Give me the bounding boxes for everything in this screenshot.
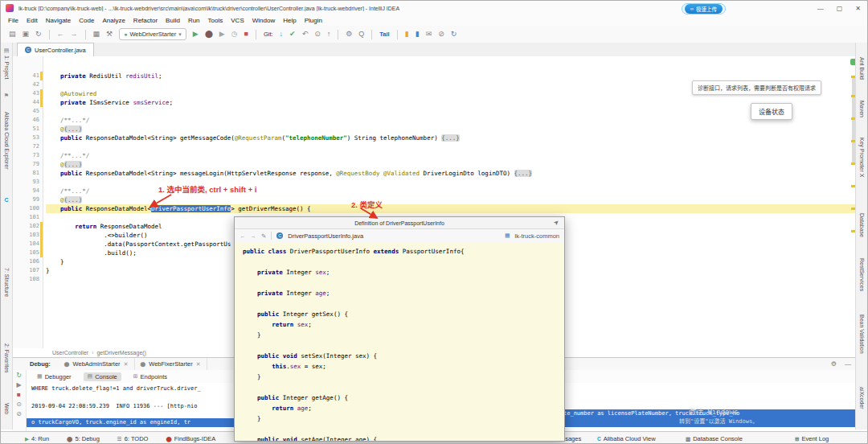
close-tab-icon[interactable]: ✕ xyxy=(124,361,129,368)
tool-database[interactable]: Database xyxy=(857,213,866,237)
build-icon[interactable]: ⚒ xyxy=(106,31,113,38)
bookmark-icon[interactable]: ⚑ xyxy=(2,92,11,99)
breadcrumb-method[interactable]: getDriverMessage() xyxy=(96,350,145,356)
code-line[interactable]: 73 /**...*/ xyxy=(12,151,858,160)
maximize-button[interactable]: ▢ xyxy=(837,5,843,12)
code-line[interactable]: 94 /**...*/ xyxy=(12,187,858,195)
menu-navigate[interactable]: Navigate xyxy=(42,17,76,24)
tool-restservices[interactable]: RestServices xyxy=(857,258,866,291)
code-line[interactable]: 45 xyxy=(12,107,858,116)
upload-button[interactable]: ∞ 极速上传 xyxy=(685,4,723,14)
statusbar-findbugs[interactable]: ⬤FindBugs-IDEA xyxy=(166,435,215,442)
popup-code-line[interactable]: } xyxy=(243,330,564,340)
menu-tools[interactable]: Tools xyxy=(204,17,227,24)
popup-code-line[interactable]: public Integer getAge() { xyxy=(243,393,564,403)
minimize-button[interactable]: — xyxy=(817,5,824,12)
alibaba-cloud-icon[interactable]: C xyxy=(2,197,11,203)
wrench-icon[interactable]: ⚙ xyxy=(346,31,352,38)
statusbar-event-log[interactable]: ⊞Event Log xyxy=(795,432,829,444)
tab-usercontroller[interactable]: C UserController.java xyxy=(17,43,94,56)
component-icon[interactable]: ▦ xyxy=(93,31,100,38)
code-line[interactable]: 46 /**...*/ xyxy=(12,116,858,125)
popup-code-line[interactable]: return sex; xyxy=(243,319,564,330)
menu-plugin[interactable]: Plugin xyxy=(301,17,326,24)
code-line[interactable]: 99 @(...) xyxy=(12,195,858,204)
menu-window[interactable]: Window xyxy=(248,17,279,24)
breadcrumb-class[interactable]: UserController xyxy=(52,350,88,356)
git-update-icon[interactable]: ↓ xyxy=(280,31,284,38)
profiler-icon[interactable]: ◷ xyxy=(231,31,238,38)
popup-code-line[interactable]: private Integer sex; xyxy=(243,267,564,278)
debug-icon[interactable]: ⬤ xyxy=(205,31,213,38)
popup-code-line[interactable] xyxy=(243,278,564,288)
tool-ant-build[interactable]: Ant Build xyxy=(857,57,866,80)
popup-code-line[interactable]: } xyxy=(243,372,564,382)
code-line[interactable]: 79 @(...) xyxy=(12,160,858,169)
popup-code-line[interactable]: public void setSex(Integer sex) { xyxy=(243,351,564,361)
popup-code-line[interactable]: } xyxy=(243,413,564,424)
back-icon[interactable]: ← xyxy=(57,31,64,38)
file-orange-icon[interactable]: ▮ xyxy=(405,31,409,38)
git-history-icon[interactable]: ⊙ xyxy=(314,31,321,38)
tool-structure[interactable]: 7: Structure xyxy=(2,268,11,297)
popup-code-line[interactable]: this.sex = sex; xyxy=(243,361,564,372)
block-icon[interactable]: ⊘ xyxy=(438,31,444,38)
rerun-icon[interactable]: ↻ xyxy=(16,372,22,379)
run-config-selector[interactable]: ●WebDriverStarter▾ xyxy=(119,28,186,40)
pin-icon[interactable]: ➤ xyxy=(552,218,561,227)
tail-label[interactable]: Tail xyxy=(379,31,389,38)
save-all-icon[interactable]: ▣ xyxy=(23,31,30,38)
code-line[interactable]: 41 private RedisUtil redisUtil; xyxy=(12,72,858,80)
tool-alibaba-cloud-explorer[interactable]: Alibaba Cloud Explorer xyxy=(2,112,11,170)
tool-bean-validation[interactable]: Bean Validation xyxy=(857,314,866,354)
debug-session-tab[interactable]: ⬤WebFixerStarter✕ xyxy=(135,358,207,370)
mute-breakpoints-icon[interactable]: ⊘ xyxy=(16,411,22,417)
settings-icon[interactable]: ⚙ xyxy=(831,360,837,368)
debug-session-tab[interactable]: ⬤WebAdminStarter✕ xyxy=(59,358,135,370)
search-icon[interactable]: Q xyxy=(358,31,364,38)
menu-code[interactable]: Code xyxy=(75,17,98,24)
popup-code-line[interactable] xyxy=(243,340,564,351)
code-line[interactable]: 100 public ResponseDataModel<DriverPassp… xyxy=(12,204,858,213)
popup-code-line[interactable] xyxy=(243,257,564,267)
popup-file-name[interactable]: DriverPassportUserInfo.java xyxy=(288,232,363,240)
statusbar-alibaba-cloud-view[interactable]: CAlibaba Cloud View xyxy=(597,432,656,444)
edit-source-icon[interactable]: ✎ xyxy=(261,232,266,240)
statusbar-run[interactable]: ▶4: Run xyxy=(25,435,49,442)
device-status-button[interactable]: 设备状态 xyxy=(751,103,792,120)
menu-edit[interactable]: Edit xyxy=(23,17,42,24)
popup-code-line[interactable]: public void setAge(Integer age) { xyxy=(243,434,564,441)
git-commit-icon[interactable]: ✔ xyxy=(289,31,296,38)
tool-key-promoter[interactable]: Key Promoter X xyxy=(857,138,866,177)
menu-analyze[interactable]: Analyze xyxy=(98,17,129,24)
popup-code-line[interactable]: private Integer age; xyxy=(243,288,564,298)
git-rollback-icon[interactable]: ↶ xyxy=(302,31,309,38)
statusbar-database-console[interactable]: ▥Database Console xyxy=(686,432,743,444)
popup-code-line[interactable]: return age; xyxy=(243,403,564,413)
hide-icon[interactable]: — xyxy=(845,360,851,368)
menu-help[interactable]: Help xyxy=(279,17,300,24)
menu-file[interactable]: File xyxy=(4,17,23,24)
open-icon[interactable]: ▤ xyxy=(9,31,16,38)
code-line[interactable]: 51 @(...) xyxy=(12,125,858,134)
tool-aixcoder[interactable]: aiXcoder xyxy=(857,387,866,409)
statusbar-todo[interactable]: ☰6: TODO xyxy=(117,435,149,442)
tool-web[interactable]: Web xyxy=(2,403,11,414)
menu-run[interactable]: Run xyxy=(184,17,204,24)
menu-build[interactable]: Build xyxy=(162,17,184,24)
close-tab-icon[interactable]: ✕ xyxy=(196,361,201,368)
git-push-icon[interactable]: ↑ xyxy=(327,31,331,38)
popup-code-line[interactable]: public Integer getSex() { xyxy=(243,309,564,319)
forward-icon[interactable]: → xyxy=(71,31,78,38)
popup-code-line[interactable] xyxy=(243,298,564,309)
code-line[interactable]: 93 xyxy=(12,178,858,187)
run-icon[interactable]: ▶ xyxy=(193,31,199,38)
popup-code-view[interactable]: public class DriverPassportUserInfo exte… xyxy=(235,242,564,441)
popup-forward-icon[interactable]: → xyxy=(251,232,257,240)
stop-debug-icon[interactable]: ■ xyxy=(17,392,21,398)
popup-back-icon[interactable]: ← xyxy=(240,232,246,240)
code-line[interactable]: 53 public ResponseDataModel<String> getM… xyxy=(12,134,858,142)
close-button[interactable]: ✕ xyxy=(855,5,861,12)
file-blue-icon[interactable]: ▮ xyxy=(416,31,420,38)
code-line[interactable]: 72 xyxy=(12,142,858,151)
